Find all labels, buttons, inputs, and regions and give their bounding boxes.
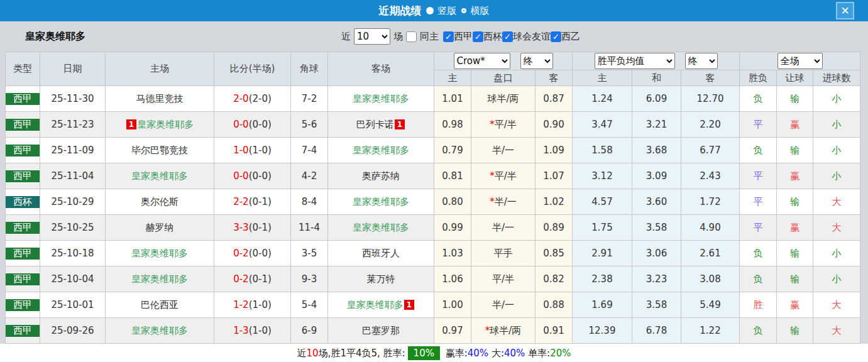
fulltime-score: 1-3: [233, 325, 249, 336]
red-card-badge: 1: [395, 119, 405, 129]
corner-cell: 7-4: [291, 138, 328, 163]
goals-result-cell: 小: [813, 86, 860, 112]
avg-home-cell: 3.47: [573, 112, 632, 138]
league-checkbox[interactable]: ✓: [473, 31, 483, 42]
avg-away-cell: 2.43: [681, 163, 740, 189]
header-date: 日期: [40, 52, 106, 86]
away-team-cell: 西班牙人: [328, 241, 434, 266]
corner-cell: 8-4: [291, 189, 328, 215]
league-badge: 西甲: [6, 93, 40, 105]
horizontal-layout-label[interactable]: 横版: [471, 5, 490, 17]
odds-away-cell: 1.09: [536, 138, 573, 163]
scope-select[interactable]: 全场: [777, 53, 823, 69]
near-count-select[interactable]: 10: [354, 28, 390, 45]
away-team-cell: 巴塞罗那: [328, 318, 434, 344]
avg-draw-cell: 3.58: [632, 292, 681, 318]
odds-time-select-2[interactable]: 终: [685, 53, 718, 69]
handicap-result-cell: 输: [777, 318, 813, 344]
team-label: 皇家奥维耶多: [131, 325, 188, 336]
vertical-layout-label[interactable]: 竖版: [438, 5, 457, 17]
home-team-cell: 皇家奥维耶多: [106, 163, 214, 189]
odds-home-cell: 0.97: [434, 318, 471, 344]
subheader-odds-home: 主: [434, 70, 471, 86]
score-cell: 1-3(1-0): [214, 318, 291, 344]
team-label: 皇家奥维耶多: [347, 299, 404, 310]
avg-home-cell: 1.75: [573, 215, 632, 241]
date-cell: 25-11-09: [40, 138, 106, 163]
horizontal-layout-radio[interactable]: [461, 8, 466, 13]
halftime-score: (0-1): [249, 273, 272, 285]
avg-draw-cell: 3.23: [632, 266, 681, 292]
summary-segment: 赢率:: [442, 348, 468, 359]
odds-away-cell: 0.89: [536, 215, 573, 241]
league-checkbox[interactable]: ✓: [443, 31, 454, 42]
league-filter-西甲: ✓西甲: [443, 31, 473, 43]
league-badge: 西甲: [6, 145, 40, 156]
avg-home-cell: 3.12: [573, 163, 632, 189]
table-row: 西甲25-11-30马德里竞技2-0(2-0)7-2皇家奥维耶多1.01球半/两…: [6, 86, 860, 112]
league-badge-cell: 西甲: [6, 292, 40, 318]
near-label: 近: [341, 31, 351, 43]
outcome-cell: 负: [740, 86, 777, 112]
avg-draw-cell: 3.21: [632, 112, 681, 138]
team-label: 皇家奥维耶多: [353, 222, 409, 233]
same-home-label[interactable]: 同主: [420, 31, 439, 43]
score-cell: 0-0(0-0): [214, 112, 291, 138]
summary-segment: 20%: [550, 348, 571, 359]
league-checkbox[interactable]: ✓: [551, 31, 561, 42]
odds-home-cell: 0.79: [434, 138, 471, 163]
team-label: 赫罗纳: [146, 222, 174, 233]
home-team-cell: 皇家奥维耶多: [106, 318, 214, 344]
subheader-handicap: 盘口: [471, 70, 536, 86]
score-cell: 2-0(2-0): [214, 86, 291, 112]
avg-away-cell: 1.72: [681, 189, 740, 215]
handicap-cell: *半/一: [471, 189, 536, 215]
team-label: 皇家奥维耶多: [353, 93, 409, 104]
halftime-score: (2-0): [249, 93, 272, 104]
avg-home-cell: 1.58: [573, 138, 632, 163]
summary-segment: 大:: [488, 348, 504, 359]
star-icon: *: [490, 170, 495, 182]
avg-draw-cell: 3.60: [632, 189, 681, 215]
handicap-cell: 球半/两: [471, 86, 536, 112]
team-label: 毕尔巴鄂竞技: [131, 145, 188, 156]
vertical-layout-radio[interactable]: [426, 7, 434, 14]
league-badge: 西甲: [6, 248, 40, 260]
league-badge-cell: 西甲: [6, 86, 40, 112]
close-button[interactable]: ✕: [836, 2, 854, 19]
score-cell: 0-2(0-1): [214, 266, 291, 292]
avg-select-group: 胜平负均值 终: [573, 52, 740, 70]
league-checkbox-label[interactable]: 球会友谊: [513, 31, 551, 43]
star-icon: *: [490, 196, 495, 207]
date-cell: 25-10-25: [40, 215, 106, 241]
avg-home-cell: 2.38: [573, 266, 632, 292]
date-cell: 25-11-30: [40, 86, 106, 112]
odds-home-cell: 1.01: [434, 86, 471, 112]
summary-segment: 场,胜1平4负5, 胜率:: [319, 348, 405, 359]
league-badge-cell: 西甲: [6, 266, 40, 292]
league-checkbox-label[interactable]: 西乙: [561, 31, 580, 43]
table-row: 西甲25-11-09毕尔巴鄂竞技1-0(1-0)7-4皇家奥维耶多0.79半/一…: [6, 138, 860, 163]
subheader-goals-result: 进球数: [813, 70, 860, 86]
league-checkbox-label[interactable]: 西甲: [454, 31, 473, 43]
league-badge-cell: 西甲: [6, 318, 40, 344]
avg-type-select[interactable]: 胜平负均值: [595, 53, 675, 69]
odds-company-select[interactable]: Crow*: [454, 53, 510, 69]
odds-time-select-1[interactable]: 终: [520, 53, 553, 69]
handicap-cell: *平/半: [471, 163, 536, 189]
league-badge-cell: 西甲: [6, 163, 40, 189]
team-label: 巴塞罗那: [362, 325, 400, 336]
league-checkbox[interactable]: ✓: [502, 31, 513, 42]
team-label: 巴列卡诺: [356, 119, 394, 130]
handicap-result-cell: 赢: [777, 112, 813, 138]
avg-away-cell: 6.77: [681, 138, 740, 163]
odds-away-cell: 0.90: [536, 112, 573, 138]
same-home-checkbox[interactable]: [406, 31, 417, 42]
handicap-cell: 半/一: [471, 215, 536, 241]
goals-result-cell: 小: [813, 112, 860, 138]
handicap-result-cell: 赢: [777, 215, 813, 241]
summary-segment: 近: [297, 348, 307, 359]
avg-home-cell: 12.39: [573, 318, 632, 344]
league-checkbox-label[interactable]: 西杯: [483, 31, 502, 43]
halftime-score: (1-0): [249, 299, 272, 310]
